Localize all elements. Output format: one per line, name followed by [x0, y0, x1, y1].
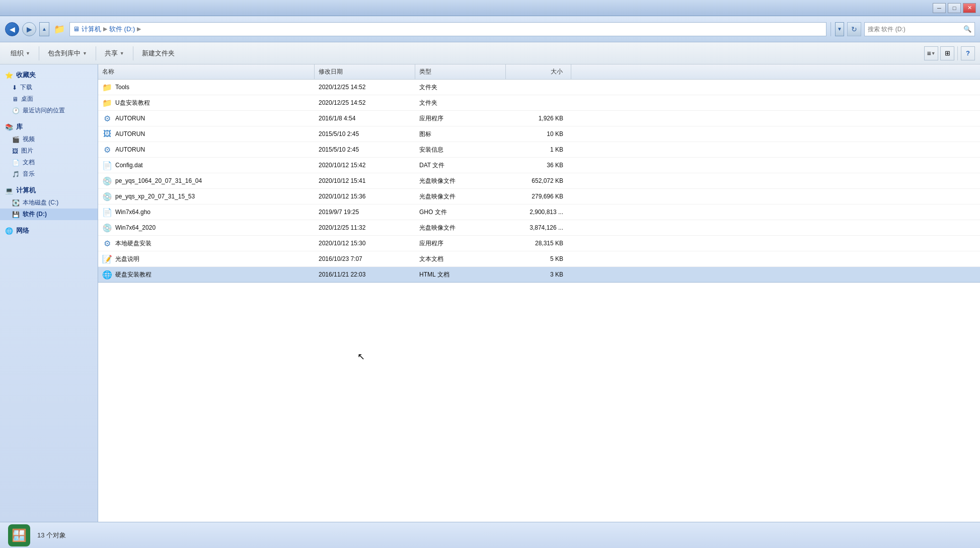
table-row[interactable]: 💿 pe_yqs_xp_20_07_31_15_53 2020/10/12 15…	[98, 189, 980, 204]
addressbar: ◀ ▶ ▲ 📁 🖥 计算机 ▶ 软件 (D:) ▶ ▼ ↻ 🔍	[0, 16, 980, 42]
file-name-label: U盘安装教程	[115, 99, 150, 107]
sidebar-item-recent[interactable]: 🕐 最近访问的位置	[0, 105, 98, 116]
maximize-button[interactable]: □	[948, 3, 961, 13]
music-label: 音乐	[23, 170, 35, 178]
table-row[interactable]: 📝 光盘说明 2016/10/23 7:07 文本文档 5 KB	[98, 251, 980, 267]
file-type-cell: 文件夹	[415, 81, 506, 94]
file-icon: 🌐	[102, 269, 112, 280]
breadcrumb-computer[interactable]: 🖥 计算机	[73, 25, 101, 34]
sidebar-item-music[interactable]: 🎵 音乐	[0, 168, 98, 180]
sidebar-header-favorites[interactable]: ⭐ 收藏夹	[0, 68, 98, 82]
include-library-label: 包含到库中	[48, 49, 81, 58]
file-icon: ⚙	[102, 113, 112, 123]
file-rows-container: 📁 Tools 2020/12/25 14:52 文件夹 📁 U盘安装教程 20…	[98, 80, 980, 283]
col-header-name[interactable]: 名称	[98, 64, 315, 79]
breadcrumb-sep1: ▶	[103, 26, 107, 32]
table-row[interactable]: 🖼 AUTORUN 2015/5/10 2:45 图标 10 KB	[98, 126, 980, 142]
table-row[interactable]: 📄 Win7x64.gho 2019/9/7 19:25 GHO 文件 2,90…	[98, 204, 980, 220]
sidebar-item-video[interactable]: 🎬 视频	[0, 133, 98, 145]
document-icon: 📄	[12, 159, 20, 166]
file-date-cell: 2016/10/23 7:07	[315, 253, 415, 265]
recent-icon: 🕐	[12, 107, 20, 114]
sidebar-item-download[interactable]: ⬇ 下载	[0, 82, 98, 93]
desktop-label: 桌面	[21, 95, 33, 103]
sidebar-header-library[interactable]: 📚 库	[0, 120, 98, 133]
file-date-cell: 2020/12/25 14:52	[315, 81, 415, 93]
col-header-date[interactable]: 修改日期	[315, 64, 415, 79]
file-size-cell: 652,072 KB	[506, 175, 571, 187]
close-button[interactable]: ✕	[963, 3, 976, 13]
share-dropdown-icon: ▼	[120, 51, 124, 56]
table-row[interactable]: 📁 U盘安装教程 2020/12/25 14:52 文件夹	[98, 95, 980, 111]
share-button[interactable]: 共享 ▼	[99, 46, 130, 60]
address-dropdown-button[interactable]: ▼	[835, 22, 844, 36]
minimize-button[interactable]: ─	[933, 3, 946, 13]
table-row[interactable]: 📁 Tools 2020/12/25 14:52 文件夹	[98, 80, 980, 95]
organize-button[interactable]: 组织 ▼	[5, 46, 36, 60]
network-label: 网络	[16, 226, 29, 235]
file-type-cell: DAT 文件	[415, 159, 506, 172]
breadcrumb-drive-label: 软件 (D:)	[109, 25, 135, 34]
organize-label: 组织	[11, 49, 24, 58]
file-size-cell: 5 KB	[506, 253, 571, 265]
file-size-cell: 3 KB	[506, 268, 571, 281]
help-icon: ?	[966, 49, 970, 57]
file-name-cell: 📄 Win7x64.gho	[98, 204, 315, 220]
file-name-cell: 📝 光盘说明	[98, 251, 315, 266]
file-date-cell: 2020/10/12 15:42	[315, 159, 415, 171]
view-button[interactable]: ≡ ▼	[924, 46, 938, 60]
status-app-icon: 🪟	[8, 524, 30, 546]
table-row[interactable]: ⚙ AUTORUN 2015/5/10 2:45 安装信息 1 KB	[98, 142, 980, 158]
forward-button[interactable]: ▶	[22, 22, 36, 36]
breadcrumb-drive[interactable]: 软件 (D:)	[109, 25, 135, 34]
sidebar-item-drive-d[interactable]: 💾 软件 (D:)	[0, 209, 98, 220]
search-icon[interactable]: 🔍	[963, 25, 971, 33]
sidebar-section-network: 🌐 网络	[0, 224, 98, 237]
sidebar-header-computer[interactable]: 💻 计算机	[0, 184, 98, 197]
file-name-cell: ⚙ AUTORUN	[98, 111, 315, 126]
file-name-cell: ⚙ AUTORUN	[98, 142, 315, 157]
col-header-size[interactable]: 大小	[506, 64, 571, 79]
new-folder-button[interactable]: 新建文件夹	[136, 46, 180, 60]
file-name-label: AUTORUN	[115, 146, 145, 153]
table-row[interactable]: 💿 Win7x64_2020 2020/12/25 11:32 光盘映像文件 3…	[98, 220, 980, 236]
toolbar-sep3	[133, 46, 133, 60]
file-icon: 🖼	[102, 129, 112, 139]
breadcrumb-computer-label: 计算机	[82, 25, 101, 34]
file-name-label: Win7x64_2020	[115, 224, 156, 231]
help-button[interactable]: ?	[961, 46, 975, 60]
table-row[interactable]: ⚙ AUTORUN 2016/1/8 4:54 应用程序 1,926 KB	[98, 111, 980, 126]
up-button[interactable]: ▲	[39, 22, 49, 36]
toolbar-sep4	[957, 46, 958, 60]
view-toggle-icon: ⊞	[945, 49, 950, 57]
music-icon: 🎵	[12, 171, 20, 178]
file-type-cell: 光盘映像文件	[415, 190, 506, 203]
include-library-button[interactable]: 包含到库中 ▼	[42, 46, 93, 60]
file-name-label: 硬盘安装教程	[115, 270, 152, 279]
col-header-type[interactable]: 类型	[415, 64, 506, 79]
table-row[interactable]: 💿 pe_yqs_1064_20_07_31_16_04 2020/10/12 …	[98, 173, 980, 189]
file-icon: 📝	[102, 254, 112, 264]
sidebar-item-image[interactable]: 🖼 图片	[0, 145, 98, 157]
file-icon: 📄	[102, 160, 112, 170]
table-row[interactable]: ⚙ 本地硬盘安装 2020/10/12 15:30 应用程序 28,315 KB	[98, 236, 980, 251]
table-row[interactable]: 🌐 硬盘安装教程 2016/11/21 22:03 HTML 文档 3 KB	[98, 267, 980, 283]
organize-dropdown-icon: ▼	[26, 51, 30, 56]
file-size-cell: 1,926 KB	[506, 112, 571, 124]
search-input[interactable]	[868, 26, 961, 33]
file-type-cell: 文本文档	[415, 252, 506, 266]
view-toggle-button[interactable]: ⊞	[940, 46, 954, 60]
sidebar-item-desktop[interactable]: 🖥 桌面	[0, 93, 98, 105]
sidebar-item-drive-c[interactable]: 💽 本地磁盘 (C:)	[0, 197, 98, 209]
sidebar-header-network[interactable]: 🌐 网络	[0, 224, 98, 237]
file-name-label: pe_yqs_1064_20_07_31_16_04	[115, 177, 202, 184]
file-type-cell: HTML 文档	[415, 268, 506, 282]
table-row[interactable]: 📄 Config.dat 2020/10/12 15:42 DAT 文件 36 …	[98, 158, 980, 173]
back-button[interactable]: ◀	[5, 22, 19, 36]
sidebar: ⭐ 收藏夹 ⬇ 下载 🖥 桌面 🕐 最近访问的位置 📚 库 �	[0, 64, 98, 522]
sidebar-item-document[interactable]: 📄 文档	[0, 157, 98, 168]
download-label: 下载	[20, 83, 32, 92]
refresh-button[interactable]: ↻	[847, 22, 861, 36]
sep	[831, 22, 831, 36]
file-name-label: 光盘说明	[115, 255, 139, 263]
